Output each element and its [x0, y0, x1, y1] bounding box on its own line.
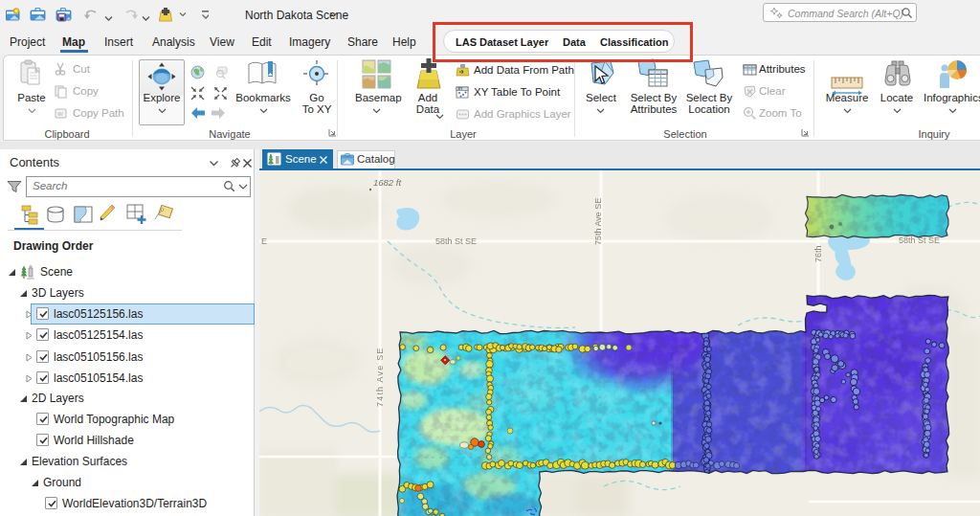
svg-text:75th Ave SE: 75th Ave SE: [593, 198, 603, 245]
svg-text:XY: XY: [458, 87, 463, 91]
svg-text:W: W: [57, 111, 63, 117]
svg-text:76th: 76th: [813, 245, 823, 262]
svg-text:74th Ave SE: 74th Ave SE: [375, 347, 385, 407]
svg-text:1682 ft: 1682 ft: [373, 177, 401, 188]
svg-text:E: E: [261, 236, 267, 246]
svg-text:58th St SE: 58th St SE: [435, 236, 477, 246]
svg-text:58th St SE: 58th St SE: [899, 236, 940, 245]
